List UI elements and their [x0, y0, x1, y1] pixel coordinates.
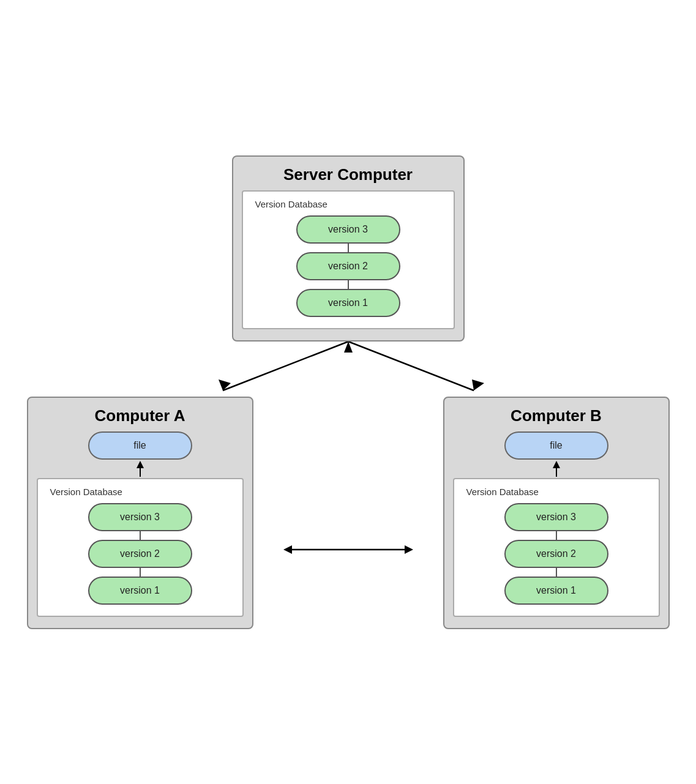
server-version-3: version 3 [296, 215, 400, 244]
svg-marker-8 [283, 545, 292, 554]
bottom-row: Computer A file Version Database version… [27, 397, 670, 629]
computer-a-version-3: version 3 [88, 503, 192, 531]
computer-b-version-3: version 3 [504, 503, 608, 531]
svg-marker-3 [472, 379, 484, 390]
computer-a-file: file [88, 431, 192, 460]
middle-arrow-container [253, 537, 443, 562]
svg-line-2 [348, 342, 474, 390]
computer-a-connector-2-1 [140, 568, 141, 577]
server-version-1: version 1 [296, 289, 400, 317]
horizontal-arrow [281, 537, 416, 562]
computer-a-up-arrow [134, 460, 146, 478]
computer-b-version-1: version 1 [504, 577, 608, 605]
computer-a-db-label: Version Database [50, 487, 122, 497]
computer-a-connector-3-2 [140, 531, 141, 540]
computer-b-box: Computer B file Version Database version… [443, 397, 670, 629]
computer-b-db-label: Version Database [466, 487, 539, 497]
computer-a-version-1: version 1 [88, 577, 192, 605]
server-computer-box: Server Computer Version Database version… [232, 155, 465, 342]
diagram: Server Computer Version Database version… [12, 155, 685, 629]
computer-b-file: file [504, 431, 608, 460]
computer-b-connector-2-1 [556, 568, 557, 577]
computer-a-title: Computer A [95, 406, 185, 425]
computer-b-db-container: Version Database version 3 version 2 ver… [453, 478, 660, 617]
computer-a-db-container: Version Database version 3 version 2 ver… [37, 478, 244, 617]
server-db-container: Version Database version 3 version 2 ver… [242, 190, 455, 329]
server-to-clients-arrows [110, 342, 587, 397]
computer-b-version-2: version 2 [504, 540, 608, 568]
svg-marker-11 [553, 461, 560, 468]
computer-a-version-2: version 2 [88, 540, 192, 568]
svg-line-0 [223, 342, 348, 390]
svg-marker-9 [405, 545, 413, 554]
server-version-2: version 2 [296, 252, 400, 280]
computer-a-box: Computer A file Version Database version… [27, 397, 253, 629]
svg-marker-6 [137, 461, 144, 468]
server-connector-2-1 [348, 280, 349, 289]
server-connector-3-2 [348, 244, 349, 252]
server-title: Server Computer [283, 165, 413, 184]
computer-b-connector-3-2 [556, 531, 557, 540]
computer-b-up-arrow [550, 460, 563, 478]
computer-b-title: Computer B [511, 406, 602, 425]
server-db-label: Version Database [255, 199, 327, 209]
